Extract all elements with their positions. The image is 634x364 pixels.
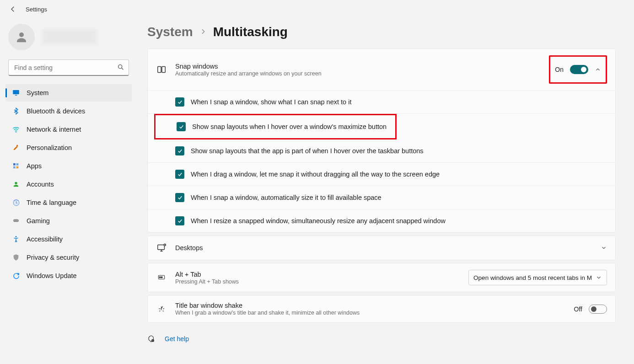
svg-rect-8 xyxy=(13,166,16,169)
chevron-right-icon xyxy=(199,27,207,37)
sidebar-item-label: Personalization xyxy=(27,144,72,151)
search-box xyxy=(8,59,129,76)
wifi-icon xyxy=(12,125,20,134)
desktops-title: Desktops xyxy=(175,244,592,252)
main-content: System Multitasking Snap windows Automat… xyxy=(137,18,634,362)
svg-rect-12 xyxy=(13,219,19,222)
bluetooth-icon xyxy=(12,107,20,115)
checkbox[interactable] xyxy=(175,170,184,179)
snap-subtitle: Automatically resize and arrange windows… xyxy=(175,70,541,77)
sidebar-item-gaming[interactable]: Gaming xyxy=(5,212,132,230)
checkbox[interactable] xyxy=(175,97,184,107)
sidebar-item-label: Accounts xyxy=(27,181,54,188)
sidebar-item-label: System xyxy=(27,89,48,96)
sidebar-item-network-internet[interactable]: Network & internet xyxy=(5,121,132,138)
display-icon xyxy=(12,89,20,97)
sidebar-item-privacy-security[interactable]: Privacy & security xyxy=(5,249,132,266)
svg-point-14 xyxy=(17,220,17,221)
back-button[interactable] xyxy=(8,5,17,14)
snap-option-row: When I snap a window, show what I can sn… xyxy=(148,91,615,114)
svg-point-0 xyxy=(19,32,24,37)
snap-windows-card: Snap windows Automatically resize and ar… xyxy=(147,48,616,233)
snap-toggle-label: On xyxy=(555,66,564,73)
shake-title: Title bar window shake xyxy=(175,302,566,309)
checkbox[interactable] xyxy=(175,216,184,225)
sidebar-item-apps[interactable]: Apps xyxy=(5,157,132,175)
chevron-down-icon xyxy=(596,274,602,281)
breadcrumb: System Multitasking xyxy=(147,25,616,39)
shake-card: Title bar window shake When I grab a win… xyxy=(147,295,616,323)
sidebar-item-time-language[interactable]: Time & language xyxy=(5,194,132,211)
search-input[interactable] xyxy=(8,59,129,76)
checkbox[interactable] xyxy=(177,122,186,131)
chevron-down-icon[interactable] xyxy=(601,245,607,251)
help-icon xyxy=(147,335,156,343)
snap-windows-header[interactable]: Snap windows Automatically resize and ar… xyxy=(148,49,615,90)
alttab-dropdown[interactable]: Open windows and 5 most recent tabs in M xyxy=(468,270,607,285)
snap-option-row: When I resize a snapped window, simultan… xyxy=(148,209,615,232)
desktops-card[interactable]: Desktops xyxy=(147,236,616,260)
snap-toggle[interactable] xyxy=(570,65,588,74)
profile-block[interactable] xyxy=(5,22,132,59)
alttab-title: Alt + Tab xyxy=(175,271,460,278)
chevron-up-icon[interactable] xyxy=(595,66,601,73)
clock-icon xyxy=(12,198,20,207)
svg-point-10 xyxy=(15,182,17,184)
svg-point-15 xyxy=(16,236,17,237)
apps-icon xyxy=(12,162,20,170)
sidebar-item-personalization[interactable]: Personalization xyxy=(5,139,132,156)
svg-rect-3 xyxy=(15,95,17,96)
snap-option-label: Show snap layouts that the app is part o… xyxy=(191,147,424,155)
breadcrumb-current: Multitasking xyxy=(213,25,288,39)
get-help-link[interactable]: Get help xyxy=(147,335,616,343)
brush-icon xyxy=(12,144,20,152)
checkbox[interactable] xyxy=(175,193,184,202)
sidebar-item-bluetooth-devices[interactable]: Bluetooth & devices xyxy=(5,102,132,120)
snap-option-label: When I snap a window, automatically size… xyxy=(191,194,381,201)
snap-option-row: Show snap layouts when I hover over a wi… xyxy=(154,114,397,139)
sidebar-item-accounts[interactable]: Accounts xyxy=(5,176,132,193)
svg-point-1 xyxy=(118,65,122,69)
sidebar-item-label: Apps xyxy=(27,162,42,170)
sidebar-item-windows-update[interactable]: Windows Update xyxy=(5,267,132,284)
update-icon xyxy=(12,272,20,280)
snap-title: Snap windows xyxy=(175,63,541,70)
breadcrumb-parent[interactable]: System xyxy=(147,25,193,39)
search-icon xyxy=(117,64,124,71)
sidebar-item-accessibility[interactable]: Accessibility xyxy=(5,230,132,248)
snap-option-label: When I resize a snapped window, simultan… xyxy=(191,217,446,225)
sidebar-item-label: Gaming xyxy=(27,217,50,225)
svg-rect-21 xyxy=(159,277,161,278)
sidebar-item-label: Time & language xyxy=(27,199,76,206)
svg-point-13 xyxy=(15,220,15,221)
svg-rect-2 xyxy=(13,90,19,94)
snap-option-row: When I drag a window, let me snap it wit… xyxy=(148,163,615,186)
svg-rect-9 xyxy=(16,166,19,169)
svg-rect-6 xyxy=(13,163,16,166)
sidebar-item-label: Bluetooth & devices xyxy=(27,107,85,115)
sidebar-item-label: Privacy & security xyxy=(27,254,79,261)
alttab-card: Alt + Tab Pressing Alt + Tab shows Open … xyxy=(147,263,616,292)
snap-toggle-highlight: On xyxy=(549,55,607,84)
get-help-label: Get help xyxy=(165,335,189,343)
svg-rect-17 xyxy=(162,67,165,73)
svg-rect-16 xyxy=(158,67,161,73)
sidebar-item-label: Accessibility xyxy=(27,236,63,243)
avatar xyxy=(8,24,35,50)
sidebar-item-label: Network & internet xyxy=(27,126,81,133)
shield-icon xyxy=(12,253,20,262)
snap-option-label: When I snap a window, show what I can sn… xyxy=(191,98,351,106)
shake-toggle-label: Off xyxy=(574,305,582,313)
shake-subtitle: When I grab a window's title bar and sha… xyxy=(175,310,566,316)
svg-point-4 xyxy=(16,132,16,133)
snap-option-row: Show snap layouts that the app is part o… xyxy=(148,139,615,163)
desktops-icon xyxy=(156,242,167,253)
app-title: Settings xyxy=(26,6,47,13)
checkbox[interactable] xyxy=(175,146,184,155)
shake-toggle[interactable] xyxy=(589,305,607,314)
sidebar-item-system[interactable]: System xyxy=(5,84,132,102)
shake-icon xyxy=(156,304,167,315)
snap-option-label: When I drag a window, let me snap it wit… xyxy=(191,171,440,178)
person-icon xyxy=(12,180,20,188)
svg-rect-22 xyxy=(161,277,162,278)
